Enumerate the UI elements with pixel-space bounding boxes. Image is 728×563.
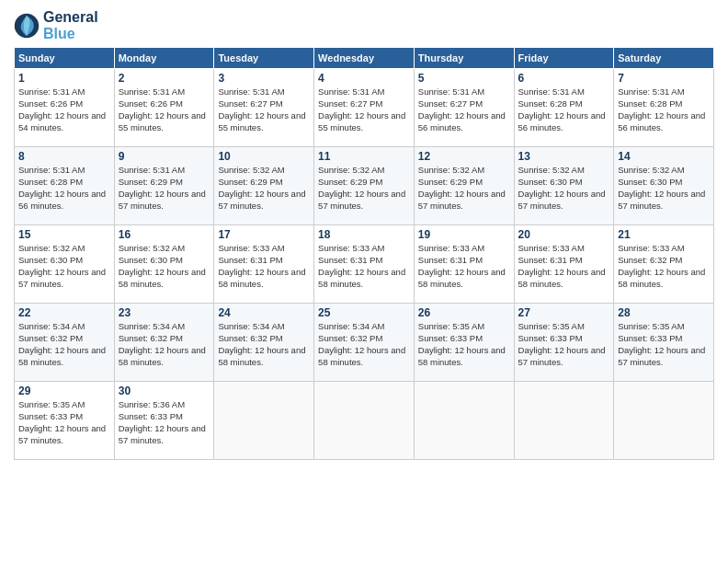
- calendar-cell: 19Sunrise: 5:33 AMSunset: 6:31 PMDayligh…: [414, 225, 514, 304]
- day-number: 13: [518, 150, 610, 163]
- calendar-cell: 6Sunrise: 5:31 AMSunset: 6:28 PMDaylight…: [514, 69, 614, 147]
- day-of-week-header: Tuesday: [214, 48, 314, 69]
- sunrise-text: Sunrise: 5:33 AM: [318, 243, 384, 253]
- day-info: Sunrise: 5:35 AMSunset: 6:33 PMDaylight:…: [618, 321, 710, 368]
- daylight-text: Daylight: 12 hours and 57 minutes.: [518, 345, 606, 367]
- day-of-week-header: Sunday: [15, 48, 115, 69]
- day-number: 16: [119, 228, 210, 241]
- sunset-text: Sunset: 6:33 PM: [518, 333, 583, 343]
- sunrise-text: Sunrise: 5:35 AM: [18, 399, 85, 409]
- day-info: Sunrise: 5:33 AMSunset: 6:32 PMDaylight:…: [618, 243, 710, 290]
- day-info: Sunrise: 5:32 AMSunset: 6:29 PMDaylight:…: [418, 165, 510, 212]
- sunset-text: Sunset: 6:26 PM: [18, 98, 83, 109]
- day-number: 14: [618, 150, 710, 163]
- daylight-text: Daylight: 12 hours and 58 minutes.: [318, 345, 405, 367]
- sunrise-text: Sunrise: 5:31 AM: [318, 86, 384, 97]
- day-info: Sunrise: 5:31 AMSunset: 6:27 PMDaylight:…: [418, 86, 510, 133]
- daylight-text: Daylight: 12 hours and 55 minutes.: [119, 110, 206, 132]
- day-info: Sunrise: 5:34 AMSunset: 6:32 PMDaylight:…: [318, 321, 410, 368]
- day-info: Sunrise: 5:33 AMSunset: 6:31 PMDaylight:…: [418, 243, 510, 290]
- sunrise-text: Sunrise: 5:32 AM: [18, 243, 85, 253]
- sunrise-text: Sunrise: 5:33 AM: [618, 243, 684, 253]
- header: General Blue: [14, 9, 714, 41]
- sunrise-text: Sunrise: 5:31 AM: [119, 165, 185, 175]
- sunrise-text: Sunrise: 5:35 AM: [618, 321, 684, 331]
- day-info: Sunrise: 5:32 AMSunset: 6:30 PMDaylight:…: [618, 165, 710, 212]
- day-info: Sunrise: 5:36 AMSunset: 6:33 PMDaylight:…: [119, 399, 210, 446]
- day-number: 11: [318, 150, 410, 163]
- day-number: 18: [318, 228, 410, 241]
- day-info: Sunrise: 5:31 AMSunset: 6:27 PMDaylight:…: [218, 86, 310, 133]
- sunset-text: Sunset: 6:29 PM: [119, 177, 183, 187]
- sunset-text: Sunset: 6:29 PM: [418, 177, 483, 187]
- calendar-cell: [314, 382, 415, 460]
- logo: General Blue: [14, 9, 98, 41]
- sunrise-text: Sunrise: 5:32 AM: [119, 243, 185, 253]
- day-number: 12: [418, 150, 510, 163]
- daylight-text: Daylight: 12 hours and 58 minutes.: [418, 345, 506, 367]
- sunset-text: Sunset: 6:32 PM: [119, 333, 183, 343]
- day-info: Sunrise: 5:32 AMSunset: 6:29 PMDaylight:…: [218, 165, 310, 212]
- day-info: Sunrise: 5:35 AMSunset: 6:33 PMDaylight:…: [18, 399, 110, 446]
- calendar-cell: 28Sunrise: 5:35 AMSunset: 6:33 PMDayligh…: [614, 304, 714, 382]
- sunset-text: Sunset: 6:28 PM: [518, 98, 583, 109]
- day-info: Sunrise: 5:34 AMSunset: 6:32 PMDaylight:…: [119, 321, 210, 368]
- calendar-week-row: 15Sunrise: 5:32 AMSunset: 6:30 PMDayligh…: [15, 225, 714, 304]
- sunset-text: Sunset: 6:32 PM: [18, 333, 83, 343]
- logo-icon: [14, 13, 40, 39]
- day-number: 7: [618, 72, 710, 85]
- day-info: Sunrise: 5:31 AMSunset: 6:26 PMDaylight:…: [18, 86, 110, 133]
- day-of-week-header: Thursday: [414, 48, 514, 69]
- calendar-cell: 5Sunrise: 5:31 AMSunset: 6:27 PMDaylight…: [414, 69, 514, 147]
- daylight-text: Daylight: 12 hours and 57 minutes.: [618, 345, 705, 367]
- daylight-text: Daylight: 12 hours and 54 minutes.: [18, 110, 106, 132]
- sunrise-text: Sunrise: 5:36 AM: [119, 399, 185, 409]
- day-of-week-header: Wednesday: [314, 48, 415, 69]
- sunrise-text: Sunrise: 5:33 AM: [518, 243, 585, 253]
- day-info: Sunrise: 5:31 AMSunset: 6:28 PMDaylight:…: [618, 86, 710, 133]
- sunrise-text: Sunrise: 5:32 AM: [218, 165, 284, 175]
- sunset-text: Sunset: 6:30 PM: [18, 255, 83, 265]
- day-number: 19: [418, 228, 510, 241]
- day-info: Sunrise: 5:34 AMSunset: 6:32 PMDaylight:…: [18, 321, 110, 368]
- calendar-cell: 18Sunrise: 5:33 AMSunset: 6:31 PMDayligh…: [314, 225, 415, 304]
- day-info: Sunrise: 5:32 AMSunset: 6:30 PMDaylight:…: [518, 165, 610, 212]
- calendar-header-row: SundayMondayTuesdayWednesdayThursdayFrid…: [15, 48, 714, 69]
- day-number: 29: [18, 385, 110, 397]
- sunrise-text: Sunrise: 5:34 AM: [18, 321, 85, 331]
- day-info: Sunrise: 5:31 AMSunset: 6:29 PMDaylight:…: [119, 165, 210, 212]
- day-number: 5: [418, 72, 510, 85]
- sunrise-text: Sunrise: 5:31 AM: [618, 86, 684, 97]
- calendar-cell: 24Sunrise: 5:34 AMSunset: 6:32 PMDayligh…: [214, 304, 314, 382]
- daylight-text: Daylight: 12 hours and 58 minutes.: [518, 267, 606, 289]
- day-info: Sunrise: 5:32 AMSunset: 6:30 PMDaylight:…: [18, 243, 110, 290]
- daylight-text: Daylight: 12 hours and 57 minutes.: [18, 423, 106, 445]
- day-number: 3: [218, 72, 310, 85]
- sunrise-text: Sunrise: 5:32 AM: [318, 165, 384, 175]
- day-number: 24: [218, 306, 310, 319]
- calendar-week-row: 1Sunrise: 5:31 AMSunset: 6:26 PMDaylight…: [15, 69, 714, 147]
- daylight-text: Daylight: 12 hours and 57 minutes.: [18, 267, 106, 289]
- sunset-text: Sunset: 6:32 PM: [218, 333, 282, 343]
- sunset-text: Sunset: 6:33 PM: [18, 411, 83, 421]
- daylight-text: Daylight: 12 hours and 56 minutes.: [418, 110, 506, 132]
- day-number: 4: [318, 72, 410, 85]
- daylight-text: Daylight: 12 hours and 55 minutes.: [318, 110, 405, 132]
- calendar-cell: 21Sunrise: 5:33 AMSunset: 6:32 PMDayligh…: [614, 225, 714, 304]
- daylight-text: Daylight: 12 hours and 58 minutes.: [618, 267, 705, 289]
- sunrise-text: Sunrise: 5:31 AM: [218, 86, 284, 97]
- sunrise-text: Sunrise: 5:32 AM: [418, 165, 484, 175]
- day-info: Sunrise: 5:34 AMSunset: 6:32 PMDaylight:…: [218, 321, 310, 368]
- day-number: 9: [119, 150, 210, 163]
- sunset-text: Sunset: 6:32 PM: [318, 333, 382, 343]
- day-number: 21: [618, 228, 710, 241]
- day-number: 26: [418, 306, 510, 319]
- calendar-cell: [214, 382, 314, 460]
- sunset-text: Sunset: 6:30 PM: [518, 177, 583, 187]
- sunset-text: Sunset: 6:31 PM: [218, 255, 282, 265]
- calendar-cell: 26Sunrise: 5:35 AMSunset: 6:33 PMDayligh…: [414, 304, 514, 382]
- day-info: Sunrise: 5:31 AMSunset: 6:26 PMDaylight:…: [119, 86, 210, 133]
- daylight-text: Daylight: 12 hours and 58 minutes.: [318, 267, 405, 289]
- calendar-cell: 3Sunrise: 5:31 AMSunset: 6:27 PMDaylight…: [214, 69, 314, 147]
- day-info: Sunrise: 5:35 AMSunset: 6:33 PMDaylight:…: [518, 321, 610, 368]
